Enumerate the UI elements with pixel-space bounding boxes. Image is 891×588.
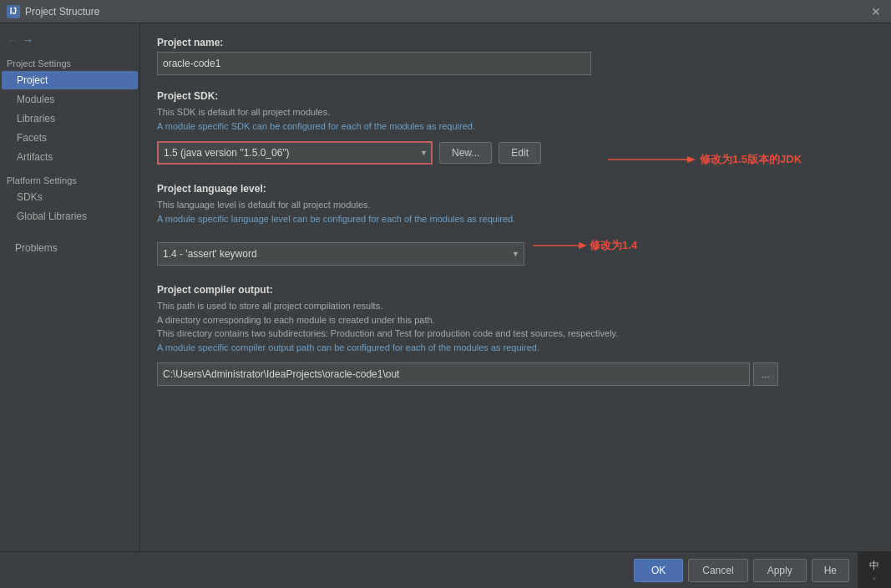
main-content: Project name: Project SDK: This SDK is d…	[140, 23, 891, 551]
nav-arrows: ← →	[0, 30, 139, 53]
sdk-select[interactable]: 1.5 (java version "1.5.0_06")	[157, 141, 433, 165]
compiler-output-row: ...	[157, 362, 874, 386]
project-name-label: Project name:	[157, 37, 874, 48]
sdk-desc1: This SDK is default for all project modu…	[157, 105, 874, 119]
sidebar-item-sdks[interactable]: SDKs	[2, 188, 138, 206]
sdk-desc2: A module specific SDK can be configured …	[157, 119, 874, 134]
sidebar-item-artifacts[interactable]: Artifacts	[2, 148, 138, 166]
app-icon: IJ	[7, 5, 20, 18]
lang-desc1: This language level is default for all p…	[157, 198, 874, 212]
lang-select-wrapper: 1.4 - 'assert' keyword	[157, 242, 524, 266]
sdk-section-title: Project SDK:	[157, 90, 874, 102]
svg-marker-3	[579, 242, 587, 249]
dialog-body: ← → Project Settings Project Modules Lib…	[0, 23, 891, 551]
bottom-bar: OK Cancel Apply He 中 ●	[0, 551, 891, 588]
compiler-section-title: Project compiler output:	[157, 284, 874, 296]
close-button[interactable]: ✕	[868, 3, 884, 20]
project-settings-group-label: Project Settings	[0, 53, 139, 70]
nav-forward-icon[interactable]: →	[22, 33, 33, 47]
compiler-output-input[interactable]	[157, 362, 750, 386]
lang-section-title: Project language level:	[157, 183, 874, 195]
compiler-desc3: This directory contains two subdirectori…	[157, 327, 874, 341]
sidebar-item-project[interactable]: Project	[2, 71, 138, 89]
compiler-desc2: A directory corresponding to each module…	[157, 313, 874, 327]
sidebar-item-modules[interactable]: Modules	[2, 90, 138, 109]
new-sdk-button[interactable]: New...	[439, 142, 492, 164]
edit-sdk-button[interactable]: Edit	[499, 142, 541, 164]
sidebar-item-problems[interactable]: Problems	[0, 239, 139, 257]
compiler-desc4: A module specific compiler output path c…	[157, 341, 874, 355]
sidebar-item-libraries[interactable]: Libraries	[2, 109, 138, 128]
cancel-button[interactable]: Cancel	[688, 559, 747, 582]
lang-annotation: 修改为1.4	[590, 238, 637, 253]
nav-back-icon[interactable]: ←	[7, 33, 18, 47]
sidebar: ← → Project Settings Project Modules Lib…	[0, 23, 140, 551]
sidebar-item-facets[interactable]: Facets	[2, 129, 138, 147]
browse-button[interactable]: ...	[753, 362, 778, 386]
sidebar-item-global-libraries[interactable]: Global Libraries	[2, 207, 138, 226]
dialog-title: Project Structure	[25, 6, 868, 18]
platform-settings-group-label: Platform Settings	[0, 167, 139, 187]
lang-zh-button[interactable]: 中	[869, 559, 879, 573]
project-name-input[interactable]	[157, 52, 591, 75]
sdk-row: 1.5 (java version "1.5.0_06") New... Edi…	[157, 141, 874, 165]
apply-button[interactable]: Apply	[753, 559, 807, 582]
title-bar: IJ Project Structure ✕	[0, 0, 891, 23]
lang-select[interactable]: 1.4 - 'assert' keyword	[157, 242, 524, 266]
help-button[interactable]: He	[812, 559, 849, 582]
compiler-desc1: This path is used to store all project c…	[157, 299, 874, 313]
lang-desc2: A module specific language level can be …	[157, 212, 874, 226]
sdk-select-wrapper: 1.5 (java version "1.5.0_06")	[157, 141, 433, 165]
ok-button[interactable]: OK	[634, 559, 683, 582]
